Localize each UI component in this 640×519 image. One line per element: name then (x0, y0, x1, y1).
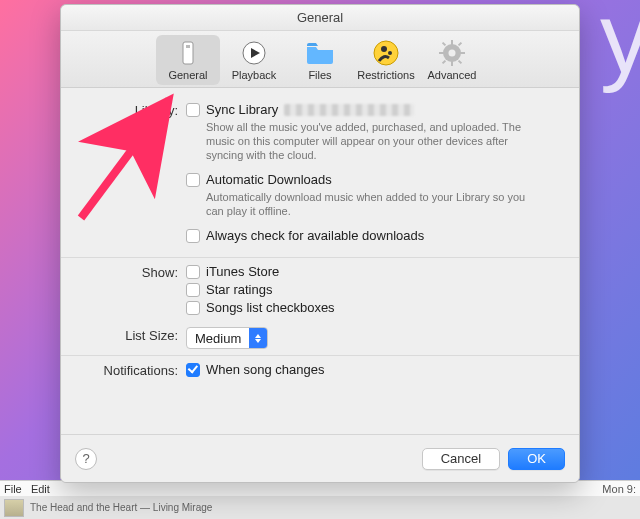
preferences-window: General General Playback Files Restricti… (60, 4, 580, 483)
tab-advanced[interactable]: Advanced (420, 35, 484, 85)
separator (61, 355, 579, 356)
now-playing-strip: The Head and the Heart — Living Mirage (0, 496, 640, 519)
svg-rect-9 (451, 40, 453, 45)
redacted-account (284, 104, 414, 116)
svg-rect-10 (451, 61, 453, 66)
checkbox-label: Songs list checkboxes (206, 300, 335, 315)
menu-edit[interactable]: Edit (31, 483, 50, 495)
svg-point-5 (381, 46, 387, 52)
preferences-content: Library: Sync Library Show all the music… (61, 88, 579, 434)
separator (61, 257, 579, 258)
tab-general[interactable]: General (156, 35, 220, 85)
svg-rect-16 (458, 60, 462, 64)
menubar-clock: Mon 9: (602, 483, 636, 495)
checkbox-auto-downloads[interactable] (186, 173, 200, 187)
label-show: Show: (81, 264, 186, 280)
svg-rect-13 (442, 42, 446, 46)
checkbox-label: Star ratings (206, 282, 272, 297)
tab-playback[interactable]: Playback (222, 35, 286, 85)
svg-point-8 (449, 50, 456, 57)
parental-icon (372, 39, 400, 67)
tab-label: Advanced (420, 69, 484, 81)
checkbox-label: Sync Library (206, 102, 278, 117)
album-art-thumb (4, 499, 24, 517)
svg-rect-15 (442, 60, 446, 64)
checkbox-label: When song changes (206, 362, 325, 377)
checkbox-star-ratings[interactable] (186, 283, 200, 297)
checkbox-label: Always check for available downloads (206, 228, 424, 243)
window-title: General (61, 5, 579, 31)
desc-sync-library: Show all the music you've added, purchas… (206, 120, 526, 162)
cancel-button[interactable]: Cancel (422, 448, 500, 470)
desc-auto-downloads: Automatically download music when added … (206, 190, 526, 218)
tab-label: Files (288, 69, 352, 81)
tab-label: Playback (222, 69, 286, 81)
svg-rect-1 (186, 45, 190, 48)
tab-restrictions[interactable]: Restrictions (354, 35, 418, 85)
checkbox-songs-list[interactable] (186, 301, 200, 315)
dialog-footer: ? Cancel OK (61, 434, 579, 482)
gear-icon (438, 39, 466, 67)
ok-button[interactable]: OK (508, 448, 565, 470)
preferences-toolbar: General Playback Files Restrictions Adva… (61, 31, 579, 88)
select-list-size[interactable]: Medium (186, 327, 268, 349)
svg-point-6 (388, 51, 392, 55)
svg-rect-14 (458, 42, 462, 46)
select-value: Medium (187, 331, 249, 346)
checkbox-check-downloads[interactable] (186, 229, 200, 243)
folder-icon (306, 39, 334, 67)
svg-rect-11 (439, 52, 444, 54)
slider-icon (174, 39, 202, 67)
chevron-up-down-icon (249, 328, 267, 348)
checkbox-itunes-store[interactable] (186, 265, 200, 279)
label-notifications: Notifications: (81, 362, 186, 378)
checkbox-when-song-changes[interactable] (186, 363, 200, 377)
tab-label: General (156, 69, 220, 81)
tab-label: Restrictions (354, 69, 418, 81)
help-button[interactable]: ? (75, 448, 97, 470)
now-playing-track: The Head and the Heart — Living Mirage (30, 502, 212, 513)
svg-rect-12 (460, 52, 465, 54)
label-list-size: List Size: (81, 327, 186, 343)
checkbox-sync-library[interactable] (186, 103, 200, 117)
tab-files[interactable]: Files (288, 35, 352, 85)
svg-point-4 (374, 41, 398, 65)
checkbox-label: iTunes Store (206, 264, 279, 279)
checkbox-label: Automatic Downloads (206, 172, 332, 187)
background-glyph: y (600, 0, 640, 95)
menu-file[interactable]: File (4, 483, 22, 495)
label-library: Library: (81, 102, 186, 118)
play-icon (240, 39, 268, 67)
